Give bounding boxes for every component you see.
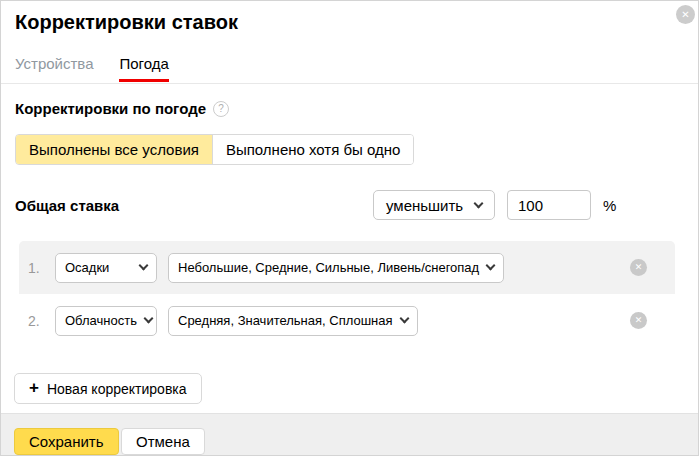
toggle-any-condition[interactable]: Выполнено хотя бы одно [212, 135, 414, 164]
chevron-down-icon [139, 261, 149, 271]
conditions-list: 1. Осадки Небольшие, Средние, Сильные, Л… [19, 241, 675, 347]
weather-section-title: Корректировки по погоде [15, 100, 206, 117]
match-mode-toggle: Выполнены все условия Выполнено хотя бы … [15, 134, 414, 165]
bid-adjustments-dialog: Корректировки ставок ✕ Устройства Погода… [0, 0, 699, 456]
add-adjustment-label: Новая корректировка [47, 381, 187, 397]
chevron-down-icon [486, 261, 496, 271]
condition-row: 2. Облачность Средняя, Значительная, Спл… [19, 294, 675, 347]
cancel-button[interactable]: Отмена [121, 428, 205, 455]
condition-parameter-value: Облачность [65, 313, 137, 328]
bid-unit-label: % [603, 197, 616, 214]
condition-values-select[interactable]: Средняя, Значительная, Сплошная [168, 306, 418, 336]
condition-values-select[interactable]: Небольшие, Средние, Сильные, Ливень/снег… [168, 253, 504, 283]
tab-weather[interactable]: Погода [119, 55, 168, 82]
condition-number: 1. [28, 260, 48, 276]
dialog-footer: Сохранить Отмена [1, 413, 699, 456]
condition-parameter-select[interactable]: Облачность [55, 306, 157, 336]
tab-divider [1, 83, 699, 84]
remove-condition-icon[interactable]: ✕ [630, 312, 647, 329]
bid-direction-select[interactable]: уменьшить [373, 190, 495, 220]
condition-values-text: Небольшие, Средние, Сильные, Ливень/снег… [178, 260, 479, 275]
remove-condition-icon[interactable]: ✕ [630, 259, 647, 276]
page-title: Корректировки ставок [15, 11, 238, 34]
bid-label: Общая ставка [15, 197, 119, 214]
condition-parameter-select[interactable]: Осадки [55, 253, 157, 283]
condition-row: 1. Осадки Небольшие, Средние, Сильные, Л… [19, 241, 675, 294]
tab-bar: Устройства Погода [15, 55, 169, 82]
toggle-all-conditions[interactable]: Выполнены все условия [16, 135, 212, 164]
chevron-down-icon [143, 314, 153, 324]
add-adjustment-button[interactable]: + Новая корректировка [14, 373, 202, 404]
condition-parameter-value: Осадки [65, 260, 109, 275]
help-icon[interactable]: ? [213, 101, 229, 117]
bid-direction-value: уменьшить [386, 197, 463, 214]
chevron-down-icon [399, 314, 409, 324]
condition-number: 2. [28, 313, 48, 329]
bid-value-input[interactable] [507, 190, 591, 220]
chevron-down-icon [474, 198, 484, 208]
weather-section-heading: Корректировки по погоде ? [15, 100, 229, 117]
condition-values-text: Средняя, Значительная, Сплошная [178, 313, 393, 328]
close-icon[interactable]: ✕ [676, 5, 695, 24]
save-button[interactable]: Сохранить [14, 428, 119, 455]
tab-devices[interactable]: Устройства [15, 55, 93, 82]
plus-icon: + [29, 379, 39, 396]
